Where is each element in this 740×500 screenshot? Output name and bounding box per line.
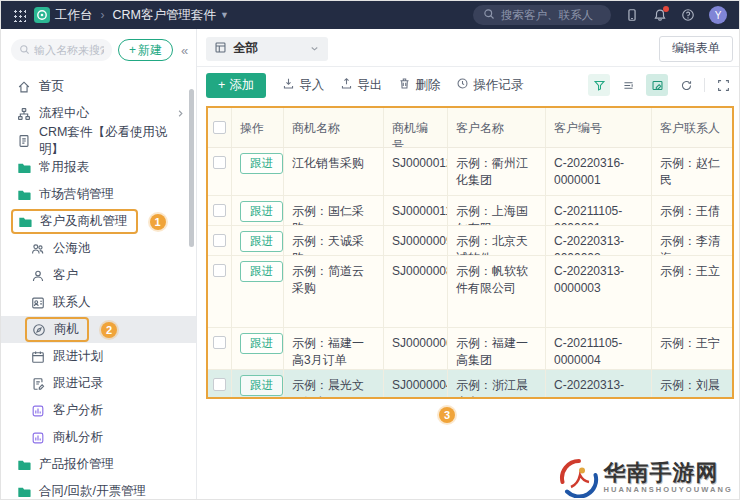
row-checkbox[interactable]: [213, 336, 226, 349]
sidebar-item-follow-plan[interactable]: 跟进计划: [1, 343, 196, 370]
sidebar-item-crm-guide[interactable]: CRM套件【必看使用说明】: [1, 127, 196, 154]
column-header-customer-name[interactable]: 客户名称: [448, 108, 546, 147]
opportunity-name-cell[interactable]: 示例：福建一高3月订单: [284, 328, 384, 369]
column-header-customer-code[interactable]: 客户编号: [546, 108, 652, 147]
sidebar-search[interactable]: [11, 39, 112, 61]
row-checkbox[interactable]: [213, 234, 226, 247]
customer-code-cell[interactable]: C-20220313-0000004: [546, 370, 652, 397]
row-checkbox[interactable]: [213, 378, 226, 391]
sidebar-item-public-pool[interactable]: 公海池: [1, 235, 196, 262]
import-button[interactable]: 导入: [282, 77, 324, 94]
row-checkbox[interactable]: [213, 264, 226, 277]
customer-contact-cell[interactable]: 示例：王立: [652, 256, 732, 327]
form-view-icon[interactable]: [646, 74, 668, 96]
customer-name-cell[interactable]: 示例：上海国仁有限...: [448, 196, 546, 225]
main-content: 全部 编辑表单 + 添加 导入 导出: [197, 29, 739, 500]
global-search[interactable]: [473, 5, 611, 25]
sidebar-item-customers[interactable]: 客户: [1, 262, 196, 289]
table-row: 跟进 示例：福建一高3月订单 SJ0000006 示例：福建一高集团 C-202…: [208, 328, 732, 370]
workspace-link[interactable]: 工作台: [34, 7, 93, 24]
delete-button[interactable]: 删除: [398, 77, 440, 94]
column-settings-icon[interactable]: [617, 74, 639, 96]
mobile-app-icon[interactable]: [625, 8, 639, 22]
view-filter-dropdown[interactable]: 全部: [206, 37, 328, 61]
app-launcher-grid-icon[interactable]: [13, 9, 26, 22]
customer-code-cell[interactable]: C-20211105-0000004: [546, 328, 652, 369]
sidebar-item-marketing-mgmt[interactable]: 市场营销管理: [1, 181, 196, 208]
sidebar-item-product-quote-mgmt[interactable]: 产品报价管理: [1, 451, 196, 478]
customer-name-cell[interactable]: 示例：福建一高集团: [448, 328, 546, 369]
follow-up-button[interactable]: 跟进: [240, 231, 283, 252]
filter-icon[interactable]: [588, 74, 610, 96]
sidebar-item-home[interactable]: 首页: [1, 73, 196, 100]
customer-name-cell[interactable]: 示例：浙江晨光文具...: [448, 370, 546, 397]
table-row: 跟进 江化销售采购 SJ0000012 示例：衢州江化集团 C-20220316…: [208, 148, 732, 196]
follow-up-button[interactable]: 跟进: [240, 201, 283, 222]
opportunity-code-cell[interactable]: SJ0000011: [384, 196, 448, 225]
customer-code-cell[interactable]: C-20220313-0000003: [546, 256, 652, 327]
column-header-customer-contact[interactable]: 客户联系人: [652, 108, 732, 147]
sidebar-item-customer-analysis[interactable]: 客户分析: [1, 397, 196, 424]
toolbar-divider: [704, 78, 705, 92]
customer-code-cell[interactable]: C-20220316-0000001: [546, 148, 652, 195]
column-header-opportunity-name[interactable]: 商机名称: [284, 108, 384, 147]
customer-name-cell[interactable]: 示例：北京天诚软件...: [448, 226, 546, 255]
opportunity-code-cell[interactable]: SJ0000009: [384, 226, 448, 255]
customer-contact-cell[interactable]: 示例：赵仁民: [652, 148, 732, 195]
crm-app-window: 工作台 › CRM客户管理套件 ▼ Y: [0, 0, 740, 500]
opportunity-name-cell[interactable]: 示例：国仁采购: [284, 196, 384, 225]
opportunity-code-cell[interactable]: SJ0000008: [384, 256, 448, 327]
column-header-action[interactable]: 操作: [232, 108, 284, 147]
operation-log-button[interactable]: 操作记录: [456, 77, 523, 94]
opportunity-code-cell[interactable]: SJ0000012: [384, 148, 448, 195]
doc-icon: [17, 134, 31, 148]
global-search-input[interactable]: [501, 9, 601, 21]
customer-contact-cell[interactable]: 示例：李清海: [652, 226, 732, 255]
add-button[interactable]: + 添加: [206, 73, 266, 98]
folder-icon: [17, 188, 31, 202]
user-avatar[interactable]: Y: [709, 6, 727, 24]
collapse-sidebar-icon[interactable]: «: [179, 43, 190, 58]
select-all-checkbox[interactable]: [213, 121, 226, 134]
notifications-bell-icon[interactable]: [653, 8, 667, 22]
opportunity-code-cell[interactable]: SJ0000004: [384, 370, 448, 397]
sidebar-item-customer-opportunity-mgmt[interactable]: 客户及商机管理 1: [1, 208, 196, 235]
help-icon[interactable]: [681, 8, 695, 22]
opportunity-name-cell[interactable]: 江化销售采购: [284, 148, 384, 195]
refresh-icon[interactable]: [675, 74, 697, 96]
customer-contact-cell[interactable]: 示例：王宁: [652, 328, 732, 369]
table-row: 跟进 示例：天诚采购 SJ0000009 示例：北京天诚软件... C-2022…: [208, 226, 732, 256]
follow-up-button[interactable]: 跟进: [240, 261, 283, 282]
sidebar-item-contract-mgmt[interactable]: 合同/回款/开票管理: [1, 478, 196, 500]
breadcrumb-app-title[interactable]: CRM客户管理套件 ▼: [113, 7, 229, 24]
sidebar-scrollbar[interactable]: [189, 89, 194, 247]
follow-up-button[interactable]: 跟进: [240, 333, 283, 354]
record-icon: [31, 377, 45, 391]
chart-icon: [31, 404, 45, 418]
customer-name-cell[interactable]: 示例：衢州江化集团: [448, 148, 546, 195]
new-button[interactable]: + 新建: [118, 39, 173, 61]
row-checkbox[interactable]: [213, 204, 226, 217]
follow-up-button[interactable]: 跟进: [240, 153, 283, 174]
sidebar-item-opportunities[interactable]: 商机 2: [1, 316, 196, 343]
follow-up-button[interactable]: 跟进: [240, 375, 283, 396]
customer-contact-cell[interactable]: 示例：刘晨: [652, 370, 732, 397]
customer-contact-cell[interactable]: 示例：王倩: [652, 196, 732, 225]
sidebar-item-follow-records[interactable]: 跟进记录: [1, 370, 196, 397]
opportunity-name-cell[interactable]: 示例：晨光文具设备...: [284, 370, 384, 397]
sidebar-search-input[interactable]: [34, 44, 104, 56]
opportunity-name-cell[interactable]: 示例：天诚采购: [284, 226, 384, 255]
fullscreen-icon[interactable]: [712, 74, 734, 96]
column-header-opportunity-code[interactable]: 商机编号: [384, 108, 448, 147]
customer-code-cell[interactable]: C-20211105-0000001: [546, 196, 652, 225]
sidebar-item-contacts[interactable]: 联系人: [1, 289, 196, 316]
customer-code-cell[interactable]: C-20220313-0000002: [546, 226, 652, 255]
export-button[interactable]: 导出: [340, 77, 382, 94]
customer-name-cell[interactable]: 示例：帆软软件有限公司: [448, 256, 546, 327]
edit-form-button[interactable]: 编辑表单: [659, 36, 733, 62]
opportunity-name-cell[interactable]: 示例：简道云采购: [284, 256, 384, 327]
sidebar-item-common-reports[interactable]: 常用报表: [1, 154, 196, 181]
row-checkbox[interactable]: [213, 156, 226, 169]
opportunity-code-cell[interactable]: SJ0000006: [384, 328, 448, 369]
sidebar-item-opportunity-analysis[interactable]: 商机分析: [1, 424, 196, 451]
